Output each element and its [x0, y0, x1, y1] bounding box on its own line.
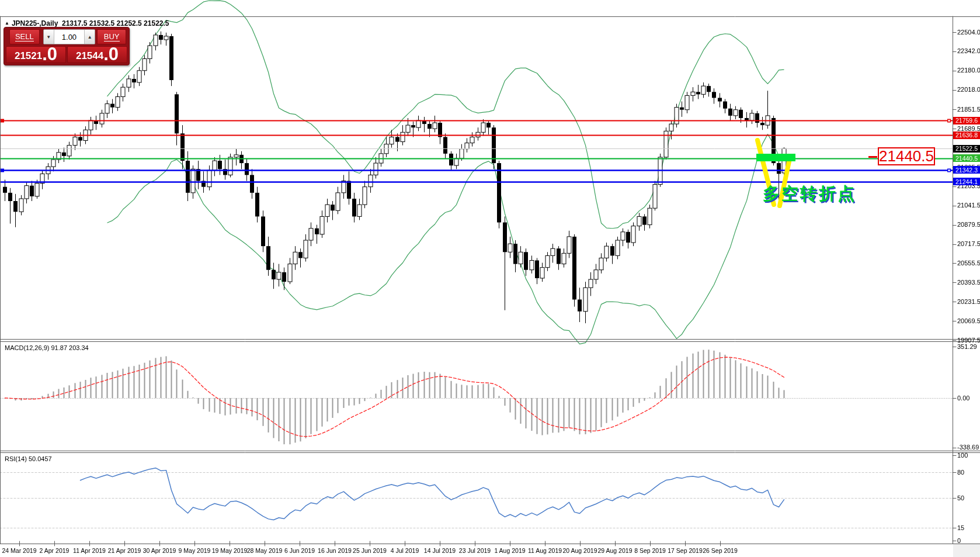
sell-button-label: SELL — [15, 33, 34, 41]
price-tick-label: 22018.0 — [957, 86, 980, 93]
date-tick-label: 28 May 2019 — [247, 547, 283, 554]
date-tick-label: 24 Mar 2019 — [2, 547, 37, 554]
date-tick-label: 16 Jun 2019 — [318, 547, 352, 554]
date-tick-label: 2 Apr 2019 — [40, 547, 69, 554]
volume-decrease-button[interactable]: ▼ — [44, 30, 54, 44]
chart-title: ▲JPN225-,Daily 21317.5 21532.5 21252.5 2… — [5, 19, 169, 27]
step-down-icon: ▼ — [46, 34, 51, 40]
price-line-label: 21636.8 — [953, 132, 980, 139]
chart-symbol-period: JPN225-,Daily — [12, 19, 58, 27]
date-tick-label: 17 Sep 2019 — [668, 547, 703, 554]
price-line-label: 21440.5 — [953, 154, 980, 162]
date-tick-label: 4 Jul 2019 — [391, 547, 419, 554]
chart-area[interactable] — [0, 0, 980, 557]
date-tick-label: 25 Jun 2019 — [353, 547, 387, 554]
rsi-indicator-label: RSI(14) 50.0457 — [5, 455, 52, 462]
rsi-tick-label: 100 — [957, 452, 968, 459]
sell-button[interactable]: SELL — [9, 29, 40, 44]
date-tick-label: 20 Aug 2019 — [563, 547, 597, 554]
rsi-tick-label: 0 — [957, 537, 961, 544]
buy-button-label: BUY — [104, 33, 120, 41]
rsi-tick-label: 50 — [957, 494, 964, 501]
date-tick-label: 14 Jul 2019 — [424, 547, 456, 554]
trading-platform-window: 新订单 自动交易 — [0, 0, 980, 557]
macd-indicator-label: MACD(12,26,9) 91.87 203.34 — [5, 344, 89, 351]
price-tick-label: 20717.5 — [957, 240, 980, 247]
price-line-label: 21759.6 — [953, 117, 980, 124]
date-tick-label: 1 Aug 2019 — [494, 547, 525, 554]
buy-button[interactable]: BUY — [97, 29, 126, 44]
trade-panel-price-row: 21521.0 21544.0 — [6, 46, 127, 63]
date-tick-label: 9 May 2019 — [179, 547, 211, 554]
macd-tick-label: 351.29 — [957, 343, 977, 350]
date-tick-label: 11 Aug 2019 — [528, 547, 562, 554]
date-tick-label: 26 Sep 2019 — [703, 547, 738, 554]
volume-stepper: ▼ 1.00 ▲ — [43, 29, 96, 44]
callout-leader-dash — [868, 156, 877, 158]
date-tick-label: 30 Apr 2019 — [143, 547, 176, 554]
volume-increase-button[interactable]: ▲ — [84, 30, 95, 44]
buy-price-fraction: .0 — [103, 47, 119, 62]
price-tick-label: 20231.5 — [957, 298, 980, 305]
buy-price-main: 21544 — [76, 50, 103, 62]
date-tick-label: 23 Jul 2019 — [459, 547, 491, 554]
price-line-label: 21522.5 — [953, 145, 980, 153]
sell-price-main: 21521 — [15, 50, 42, 62]
price-line-label: 21342.3 — [953, 166, 980, 174]
price-tick-label: 22342.0 — [957, 47, 980, 54]
price-tick-label: 21851.5 — [957, 106, 980, 113]
one-click-trading-panel: SELL ▼ 1.00 ▲ BUY 21521.0 21544.0 — [4, 27, 130, 65]
price-tick-label: 20069.5 — [957, 317, 980, 324]
macd-tick-label: -338.69 — [957, 444, 979, 451]
price-tick-label: 20393.5 — [957, 279, 980, 286]
collapse-triangle-icon: ▲ — [5, 20, 9, 26]
price-tick-label: 20879.5 — [957, 221, 980, 228]
date-tick-label: 6 Jun 2019 — [284, 547, 315, 554]
sell-price-box[interactable]: 21521.0 — [6, 46, 66, 63]
rsi-tick-label: 80 — [957, 469, 964, 476]
date-tick-label: 21 Apr 2019 — [108, 547, 141, 554]
turning-point-annotation[interactable]: 多空转折点 — [763, 182, 856, 206]
chart-ohlc-values: 21317.5 21532.5 21252.5 21522.5 — [62, 19, 169, 27]
rsi-tick-label: 15 — [957, 524, 964, 531]
trade-panel-top-row: SELL ▼ 1.00 ▲ BUY — [6, 29, 127, 44]
step-up-icon: ▲ — [88, 34, 92, 40]
price-tick-label: 20555.5 — [957, 260, 980, 267]
price-tick-label: 21041.5 — [957, 202, 980, 209]
date-tick-label: 8 Sep 2019 — [634, 547, 666, 554]
sell-price-fraction: .0 — [42, 47, 57, 62]
buy-price-box[interactable]: 21544.0 — [67, 46, 127, 63]
volume-input[interactable]: 1.00 — [54, 30, 85, 44]
price-tick-label: 22504.0 — [957, 29, 980, 36]
date-tick-label: 29 Aug 2019 — [598, 547, 633, 554]
price-callout-box[interactable]: 21440.5 — [878, 147, 935, 165]
macd-tick-label: 0.00 — [957, 395, 969, 402]
price-tick-label: 22180.0 — [957, 67, 980, 74]
price-line-label: 21244.1 — [953, 178, 980, 185]
date-tick-label: 19 May 2019 — [212, 547, 248, 554]
date-tick-label: 11 Apr 2019 — [73, 547, 106, 554]
